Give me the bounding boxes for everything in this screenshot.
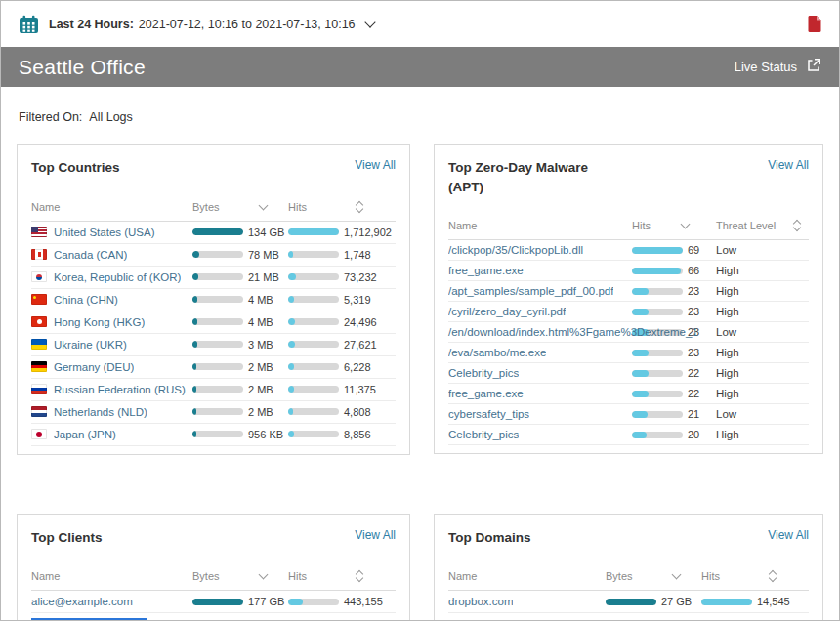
column-header-name[interactable]: Name — [31, 201, 192, 213]
sort-toggle-icon — [357, 571, 362, 581]
name-link[interactable]: /en/download/index.html%3Fgame%3Dextreme… — [448, 326, 698, 338]
hits-value: 21 — [688, 408, 699, 420]
external-link-icon — [806, 58, 821, 76]
column-header-hits[interactable]: Hits — [701, 570, 809, 582]
column-header-bytes[interactable]: Bytes — [606, 570, 701, 582]
name-link[interactable]: China (CHN) — [54, 294, 118, 306]
column-header-name[interactable]: Name — [31, 570, 192, 582]
hits-cell: 69 — [632, 244, 716, 256]
time-range-selector[interactable]: Last 24 Hours: 2021-07-12, 10:16 to 2021… — [49, 18, 374, 31]
hits-value: 14,545 — [757, 596, 790, 607]
hits-bar — [701, 599, 752, 605]
view-all-link[interactable]: View All — [768, 528, 809, 542]
hits-value: 443,155 — [344, 596, 383, 607]
column-header-name[interactable]: Name — [448, 570, 606, 582]
column-header-hits[interactable]: Hits — [288, 201, 396, 213]
table-row: dropbox.com27 GB14,545 — [448, 591, 809, 613]
name-link[interactable]: /cyril/zero_day_cyril.pdf — [448, 306, 566, 317]
column-header-bytes[interactable]: Bytes — [192, 570, 288, 582]
name-link[interactable]: Japan (JPN) — [54, 429, 116, 440]
name-link[interactable]: dropbox.com — [448, 596, 513, 607]
table-body: United States (USA)134 GB1,712,902Canada… — [31, 222, 396, 446]
selected-name-highlight[interactable] — [31, 618, 147, 621]
name-link[interactable]: Russian Federation (RUS) — [54, 384, 186, 395]
bytes-bar — [192, 228, 243, 235]
hits-bar — [632, 370, 683, 377]
table-row: cybersafety_tips21Low — [448, 404, 809, 425]
bytes-bar — [192, 341, 243, 348]
bytes-bar — [606, 599, 656, 605]
column-header-name[interactable]: Name — [448, 220, 632, 231]
name-cell: dropbox.com — [448, 596, 606, 607]
bytes-bar — [192, 599, 243, 605]
bytes-bar — [192, 431, 243, 437]
time-range-value: 2021-07-12, 10:16 to 2021-07-13, 10:16 — [139, 18, 356, 31]
threat-level-value: High — [716, 367, 809, 379]
name-link[interactable]: /clickpop/35/ClickpopLib.dll — [448, 244, 583, 256]
bytes-value: 4 MB — [248, 294, 273, 306]
hits-cell: 23 — [632, 285, 716, 297]
name-cell: Germany (DEU) — [31, 361, 192, 373]
bytes-value: 2 MB — [248, 361, 273, 373]
hits-cell: 22 — [632, 388, 716, 399]
name-link[interactable]: Hong Kong (HKG) — [54, 316, 145, 328]
hits-cell: 23 — [632, 306, 716, 317]
bytes-cell: 27 GB — [606, 596, 701, 607]
dashboard-grid: Top Countries View All NameBytesHits Uni… — [1, 144, 839, 621]
name-link[interactable]: free_game.exe — [448, 265, 524, 276]
hits-cell: 27,621 — [288, 339, 396, 351]
hits-bar — [632, 391, 683, 397]
sort-descending-icon — [259, 200, 269, 210]
threat-level-value: High — [716, 388, 809, 399]
name-link[interactable]: Netherlands (NLD) — [54, 406, 147, 418]
name-link[interactable]: cybersafety_tips — [448, 408, 529, 420]
hits-cell: 1,748 — [288, 249, 396, 261]
bytes-cell: 177 GB — [192, 596, 288, 607]
view-all-link[interactable]: View All — [355, 158, 396, 172]
live-status-button[interactable]: Live Status — [735, 58, 821, 76]
panel-top-countries: Top Countries View All NameBytesHits Uni… — [17, 144, 410, 455]
column-header-bytes[interactable]: Bytes — [192, 201, 288, 213]
view-all-link[interactable]: View All — [768, 158, 809, 172]
name-link[interactable]: United States (USA) — [54, 227, 155, 238]
calendar-icon[interactable] — [19, 15, 39, 34]
threat-level-value: High — [716, 285, 809, 297]
column-header-threat-level[interactable]: Threat Level — [716, 220, 809, 231]
view-all-link[interactable]: View All — [355, 528, 396, 542]
hits-cell: 20 — [632, 429, 716, 440]
export-pdf-icon[interactable] — [808, 16, 821, 32]
table-body: alice@example.com177 GB443,155137 GB1,79… — [31, 591, 396, 621]
threat-level-value: Low — [716, 326, 809, 338]
name-link[interactable]: /eva/sambo/me.exe — [448, 347, 546, 358]
threat-level-value: High — [716, 265, 809, 276]
table-row: /clickpop/35/ClickpopLib.dll69Low — [448, 240, 809, 261]
time-range-label: Last 24 Hours: — [49, 18, 134, 31]
flag-ca-icon — [31, 249, 47, 260]
flag-ru-icon — [31, 384, 47, 394]
name-link[interactable]: Korea, Republic of (KOR) — [54, 271, 181, 283]
name-link[interactable]: /apt_samples/sample_pdf_00.pdf — [448, 285, 613, 297]
column-header-hits[interactable]: Hits — [632, 220, 716, 231]
threat-level-value: Low — [716, 244, 809, 256]
hits-cell: 21 — [632, 408, 716, 420]
bytes-bar — [192, 408, 243, 415]
page-title: Seattle Office — [19, 56, 146, 79]
bytes-bar — [192, 363, 243, 370]
name-link[interactable]: Germany (DEU) — [54, 361, 134, 373]
name-link[interactable]: Ukraine (UKR) — [54, 339, 127, 351]
hits-bar — [288, 296, 339, 303]
name-link[interactable]: Canada (CAN) — [54, 249, 127, 261]
name-link[interactable]: Celebrity_pics — [448, 367, 519, 379]
name-link[interactable]: free_game.exe — [448, 388, 524, 399]
hits-cell: 1,712,902 — [288, 227, 396, 238]
flag-nl-icon — [31, 406, 47, 417]
column-header-hits[interactable]: Hits — [288, 570, 396, 582]
sort-descending-icon — [681, 220, 691, 229]
name-link[interactable]: Celebrity_pics — [448, 429, 519, 440]
name-link[interactable]: alice@example.com — [31, 596, 133, 607]
hits-cell: 73,232 — [288, 271, 396, 283]
panel-title: Top Zero-Day Malware (APT) — [448, 158, 619, 196]
bytes-cell: 134 GB — [192, 227, 288, 238]
panel-top-domains: Top Domains View All NameBytesHits dropb… — [434, 514, 823, 621]
hits-bar — [632, 432, 683, 438]
